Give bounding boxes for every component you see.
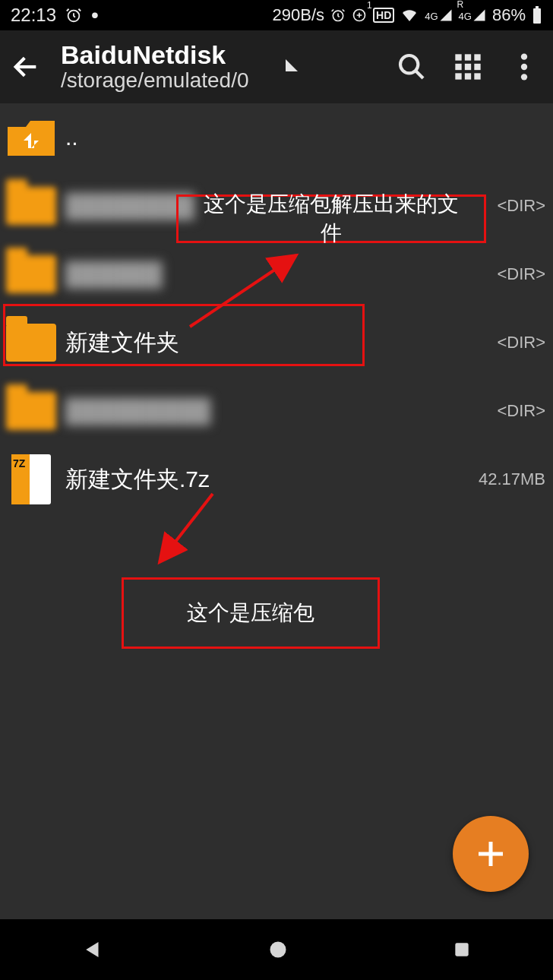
svg-point-16: [521, 64, 527, 70]
svg-rect-7: [465, 54, 471, 60]
grid-button[interactable]: [453, 52, 483, 82]
alarm-icon-2: [330, 8, 346, 23]
svg-point-15: [521, 54, 527, 60]
add-fab[interactable]: [453, 816, 529, 892]
archive-icon: [6, 457, 56, 502]
signal-2: R 4G: [459, 8, 486, 22]
status-left: 22:13 •: [11, 5, 99, 26]
battery-icon: [532, 6, 542, 24]
file-name: ██████: [65, 261, 163, 287]
svg-rect-3: [533, 8, 541, 24]
file-meta: <DIR>: [497, 401, 547, 421]
wifi-icon: [400, 6, 419, 24]
signal-1: 4G: [425, 8, 452, 22]
file-meta: <DIR>: [497, 264, 547, 284]
svg-point-17: [521, 74, 527, 80]
file-meta: <DIR>: [497, 196, 547, 216]
file-name: █████████: [65, 398, 210, 424]
nav-recent[interactable]: [452, 940, 472, 959]
sim-hd-icon: 1 HD: [373, 8, 394, 23]
svg-rect-6: [455, 54, 461, 60]
folder-icon: [6, 320, 56, 365]
list-item[interactable]: ████████ <DIR>: [0, 172, 553, 240]
alarm-icon: [65, 7, 82, 24]
file-name: ████████: [65, 193, 194, 219]
net-speed: 290B/s: [273, 5, 325, 25]
battery-percent: 86%: [492, 5, 526, 25]
file-meta: 42.17MB: [479, 469, 547, 489]
nav-home[interactable]: [267, 939, 289, 960]
svg-rect-4: [536, 6, 539, 8]
folder-icon: [6, 388, 56, 434]
list-item-new-folder[interactable]: 新建文件夹 <DIR>: [0, 308, 553, 377]
svg-rect-9: [455, 64, 461, 70]
svg-rect-14: [474, 73, 480, 79]
svg-rect-13: [465, 73, 471, 79]
up-label: ..: [65, 125, 78, 150]
annotation-label-bottom: 这个是压缩包: [122, 577, 380, 649]
search-button[interactable]: [397, 52, 427, 82]
back-button[interactable]: [11, 52, 41, 82]
status-right: 290B/s 1 HD 4G R 4G 86%: [273, 5, 542, 25]
status-time: 22:13: [11, 5, 56, 26]
system-navbar: [0, 919, 553, 980]
toolbar-titles: BaiduNetdisk /storage/emulated/0: [61, 42, 249, 91]
list-item-archive[interactable]: 新建文件夹.7z 42.17MB: [0, 445, 553, 514]
dropdown-icon[interactable]: [283, 56, 301, 77]
up-folder-icon: [6, 115, 56, 160]
file-name: 新建文件夹: [65, 327, 179, 359]
status-bar: 22:13 • 290B/s 1 HD 4G R 4G 86%: [0, 0, 553, 30]
svg-point-20: [270, 942, 286, 958]
list-item[interactable]: █████████ <DIR>: [0, 377, 553, 445]
svg-rect-10: [465, 64, 471, 70]
list-item[interactable]: ██████ <DIR>: [0, 240, 553, 308]
overflow-menu-button[interactable]: [509, 52, 539, 82]
up-row[interactable]: ..: [0, 103, 553, 172]
folder-icon: [6, 183, 56, 229]
svg-point-5: [400, 55, 418, 73]
svg-rect-12: [455, 73, 461, 79]
file-list: .. ████████ <DIR> ██████ <DIR> 新建文件夹 <DI…: [0, 103, 553, 514]
toolbar: BaiduNetdisk /storage/emulated/0: [0, 30, 553, 103]
clock-plus-icon: [352, 8, 367, 23]
svg-rect-21: [455, 943, 468, 956]
toolbar-subtitle: /storage/emulated/0: [61, 69, 249, 91]
folder-icon: [6, 251, 56, 297]
svg-rect-8: [474, 54, 480, 60]
nav-back[interactable]: [81, 938, 104, 961]
svg-rect-11: [474, 64, 480, 70]
toolbar-title: BaiduNetdisk: [61, 42, 249, 69]
file-name: 新建文件夹.7z: [65, 464, 210, 495]
file-meta: <DIR>: [497, 333, 547, 352]
